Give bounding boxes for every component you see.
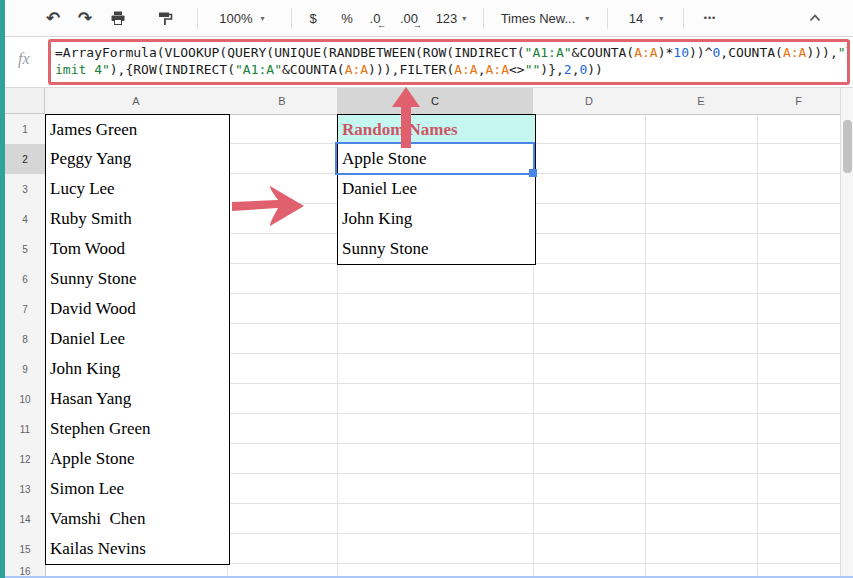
- toolbar: ↶ ↷ 100% ▾ $ % .0 ←: [5, 0, 853, 37]
- redo-button[interactable]: ↷: [71, 4, 99, 32]
- cell-a5[interactable]: Tom Wood: [45, 234, 230, 265]
- cell-value: Sunny Stone: [46, 269, 136, 289]
- vertical-scrollbar[interactable]: [840, 88, 853, 578]
- hide-toolbar-button[interactable]: [801, 4, 829, 32]
- chevron-up-icon: [807, 10, 823, 26]
- formula-token: ))),FILTER(: [368, 62, 454, 77]
- toolbar-separator: [607, 8, 608, 29]
- row-header-9[interactable]: 9: [5, 354, 46, 385]
- cell-a14[interactable]: Vamshi Chen: [45, 504, 230, 535]
- cell-value: Daniel Lee: [46, 329, 125, 349]
- toolbar-separator: [483, 8, 484, 29]
- row-header-2[interactable]: 2: [5, 144, 46, 175]
- paint-format-button[interactable]: [151, 4, 179, 32]
- column-header-d[interactable]: D: [533, 88, 646, 115]
- row-header-14[interactable]: 14: [5, 504, 46, 535]
- cell-value: Daniel Lee: [338, 179, 417, 199]
- formula-input[interactable]: =ArrayFormula(VLOOKUP(QUERY(UNIQUE(RANDB…: [48, 39, 850, 85]
- row-header-5[interactable]: 5: [5, 234, 46, 265]
- formula-token: &COUNTA(: [282, 62, 345, 77]
- row-header-7[interactable]: 7: [5, 294, 46, 325]
- undo-button[interactable]: ↶: [39, 4, 67, 32]
- currency-format-button[interactable]: $: [301, 4, 325, 32]
- cell-c5[interactable]: Sunny Stone: [337, 234, 536, 265]
- cell-a4[interactable]: Ruby Smith: [45, 204, 230, 235]
- cell-c3[interactable]: Daniel Lee: [337, 174, 536, 205]
- cell-value: Random Names: [338, 120, 458, 140]
- cell-value: John King: [338, 209, 412, 229]
- print-button[interactable]: [104, 4, 132, 32]
- percent-format-button[interactable]: %: [335, 4, 359, 32]
- print-icon: [110, 10, 126, 26]
- arrow-right-icon: →: [413, 21, 422, 30]
- row-header-1[interactable]: 1: [5, 114, 46, 145]
- scrollbar-thumb[interactable]: [843, 120, 852, 173]
- formula-token: =ArrayFormula(VLOOKUP(QUERY(UNIQUE(RANDB…: [55, 45, 525, 60]
- cell-a8[interactable]: Daniel Lee: [45, 324, 230, 355]
- cell-value: James Green: [46, 120, 137, 140]
- row-header-15[interactable]: 15: [5, 534, 46, 565]
- cell-a10[interactable]: Hasan Yang: [45, 384, 230, 415]
- row-header-3[interactable]: 3: [5, 174, 46, 205]
- fx-icon: fx: [18, 50, 30, 68]
- cell-a13[interactable]: Simon Lee: [45, 474, 230, 505]
- cell-value: John King: [46, 359, 120, 379]
- cell-value: Hasan Yang: [46, 389, 131, 409]
- column-header-b[interactable]: B: [227, 88, 338, 115]
- cell-a6[interactable]: Sunny Stone: [45, 264, 230, 295]
- toolbar-separator: [291, 8, 292, 29]
- number-format-label: 123: [436, 11, 458, 26]
- more-options-button[interactable]: •••: [695, 4, 725, 32]
- cell-value: Apple Stone: [46, 449, 135, 469]
- row-header-6[interactable]: 6: [5, 264, 46, 295]
- formula-token: )): [587, 62, 603, 77]
- cell-value: Peggy Yang: [46, 149, 131, 169]
- cell-value: Simon Lee: [46, 479, 124, 499]
- column-header-a[interactable]: A: [45, 88, 228, 115]
- cell-c1-random-names-header[interactable]: Random Names: [337, 114, 536, 146]
- row-header-12[interactable]: 12: [5, 444, 46, 475]
- row-header-11[interactable]: 11: [5, 414, 46, 445]
- formula-token: A:A: [783, 45, 806, 60]
- fill-handle[interactable]: [529, 169, 537, 177]
- cell-c4[interactable]: John King: [337, 204, 536, 235]
- cell-a2[interactable]: Peggy Yang: [45, 144, 230, 175]
- vertical-gridline: [645, 114, 646, 578]
- cell-a1[interactable]: James Green: [45, 114, 230, 146]
- row-header-8[interactable]: 8: [5, 324, 46, 355]
- column-header-f[interactable]: F: [757, 88, 841, 115]
- cell-value: Tom Wood: [46, 239, 125, 259]
- font-size-select[interactable]: 14 ▾: [619, 4, 673, 32]
- zoom-select[interactable]: 100% ▾: [211, 4, 273, 32]
- chevron-down-icon: ▾: [659, 14, 663, 23]
- formula-token: A:A: [454, 62, 477, 77]
- font-family-select[interactable]: Times New... ▾: [495, 4, 595, 32]
- cell-value: Stephen Green: [46, 419, 151, 439]
- formula-token: ))),: [806, 45, 837, 60]
- select-all-corner[interactable]: [5, 88, 45, 114]
- formula-bar: fx =ArrayFormula(VLOOKUP(QUERY(UNIQUE(RA…: [5, 37, 853, 88]
- column-header-e[interactable]: E: [645, 88, 758, 115]
- row-header-4[interactable]: 4: [5, 204, 46, 235]
- formula-token: "": [525, 62, 541, 77]
- cell-c2[interactable]: Apple Stone: [337, 144, 536, 175]
- zoom-value: 100%: [219, 11, 252, 26]
- row-header-13[interactable]: 13: [5, 474, 46, 505]
- cell-a12[interactable]: Apple Stone: [45, 444, 230, 475]
- cell-a9[interactable]: John King: [45, 354, 230, 385]
- formula-token: "A1:A": [235, 62, 282, 77]
- column-header-c[interactable]: C: [337, 88, 534, 115]
- number-format-menu[interactable]: 123 ▾: [429, 4, 473, 32]
- cell-a3[interactable]: Lucy Lee: [45, 174, 230, 205]
- row-header-10[interactable]: 10: [5, 384, 46, 415]
- chevron-down-icon: ▾: [462, 14, 466, 23]
- spreadsheet-grid: A B C D E F 1 2 3 4 5 6 7 8 9 10 11 12 1…: [5, 88, 853, 578]
- toolbar-separator: [683, 8, 684, 29]
- formula-line-2: imit 4"),{ROW(INDIRECT("A1:A"&COUNTA(A:A…: [55, 61, 843, 78]
- cell-a7[interactable]: David Wood: [45, 294, 230, 325]
- formula-line-1: =ArrayFormula(VLOOKUP(QUERY(UNIQUE(RANDB…: [55, 44, 843, 61]
- arrow-left-icon: ←: [377, 21, 386, 30]
- cell-a11[interactable]: Stephen Green: [45, 414, 230, 445]
- formula-token: A:A: [634, 45, 657, 60]
- cell-a15[interactable]: Kailas Nevins: [45, 534, 230, 565]
